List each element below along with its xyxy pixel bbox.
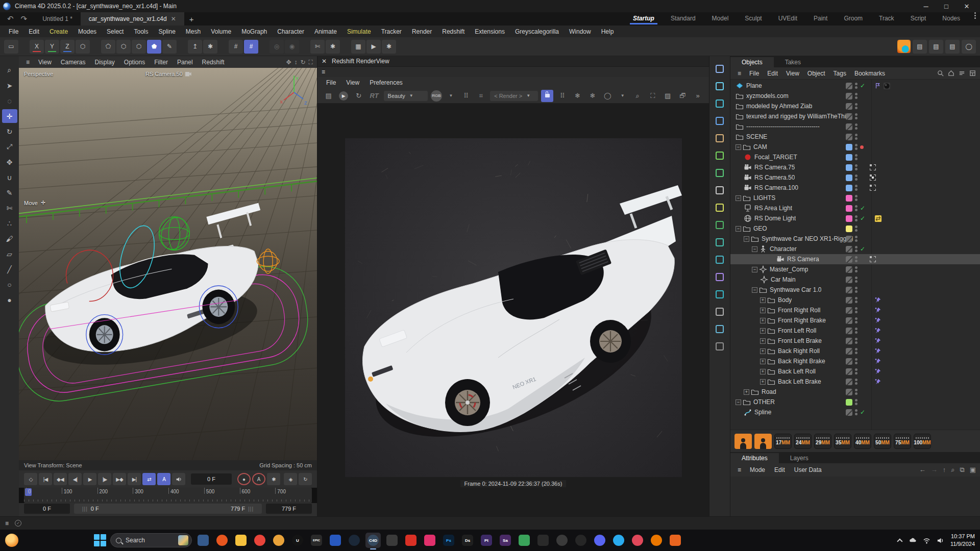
keying-settings-button[interactable]: ✱ <box>267 473 280 485</box>
parent-up-icon[interactable]: ↑ <box>943 466 946 474</box>
range-slider[interactable]: ||| 0 F 779 F ||| <box>74 504 262 514</box>
ghost-sphere-tool-icon[interactable]: ● <box>2 293 17 307</box>
layout-tab-model[interactable]: Model <box>705 13 736 24</box>
tree-row[interactable]: +Back Right Brake <box>730 356 980 366</box>
collapse-minus-icon[interactable]: − <box>752 287 757 293</box>
tree-row[interactable]: +Back Left Brake <box>730 377 980 387</box>
expand-plus-icon[interactable]: + <box>760 359 766 364</box>
record-button[interactable]: ● <box>237 473 251 485</box>
tray-expand-icon[interactable] <box>897 538 902 544</box>
move-tool-icon[interactable]: ✛ <box>2 109 17 123</box>
widgets-icon[interactable] <box>5 534 18 547</box>
tree-row[interactable]: texured and rigged by WilliamTheThird <box>730 111 980 121</box>
pass-dropdown[interactable]: Beauty▼ <box>384 91 428 101</box>
sphere-icon[interactable] <box>712 287 728 302</box>
camera-toggle-icon[interactable] <box>870 164 876 170</box>
expand-plus-icon[interactable]: + <box>760 348 766 354</box>
shield-app-icon[interactable] <box>384 533 400 548</box>
plane-primitive-icon[interactable] <box>712 79 728 94</box>
layer-color-chip[interactable] <box>846 307 852 314</box>
focus-region-icon[interactable]: ⌕ <box>631 90 644 102</box>
pencil-icon[interactable] <box>712 339 728 354</box>
onedrive-icon[interactable] <box>909 537 917 544</box>
layer-color-chip[interactable] <box>846 236 852 242</box>
tree-row[interactable]: +Back Left Roll <box>730 366 980 377</box>
layout-tab-standard[interactable]: Standard <box>664 13 703 24</box>
image-layers-icon[interactable]: 🗗 <box>677 90 689 102</box>
make-keyframe-button[interactable]: ◇ <box>24 473 37 485</box>
layer-color-chip[interactable] <box>846 215 852 222</box>
lock-icon[interactable] <box>541 90 553 102</box>
menu-greyscalegorilla[interactable]: Greyscalegorilla <box>510 27 564 36</box>
visibility-dots[interactable] <box>855 409 857 415</box>
render-settings-icon[interactable]: ✱ <box>382 40 396 54</box>
menu-help[interactable]: Help <box>597 27 619 36</box>
active-camera-icon[interactable] <box>870 174 876 181</box>
snapshot-film-icon[interactable]: ▤ <box>323 90 335 102</box>
rt-mode-label[interactable]: RT <box>368 92 381 99</box>
attributes-menu-edit[interactable]: Edit <box>770 465 790 474</box>
layer-color-chip[interactable] <box>846 185 852 191</box>
photoshop-icon[interactable]: Ps <box>441 533 456 548</box>
selection-tool-icon[interactable]: ➤ <box>2 79 17 92</box>
text-spline-icon[interactable] <box>712 113 728 129</box>
wifi-icon[interactable] <box>923 537 930 544</box>
flipbook-icon[interactable] <box>712 269 728 285</box>
copy-icon[interactable]: ⧉ <box>960 466 964 474</box>
multi-axis-tool-icon[interactable]: ✥ <box>2 155 17 169</box>
axis-lock-z-button[interactable]: Z <box>60 40 75 54</box>
tree-row[interactable]: −Synthwave Car NEO XR1-Rigged <box>730 234 980 244</box>
visibility-dots[interactable] <box>855 83 857 89</box>
layer-color-chip[interactable] <box>846 266 852 273</box>
cinema4d-icon[interactable]: C4D <box>365 533 381 548</box>
path-bar-icon[interactable] <box>959 70 965 77</box>
steam-icon[interactable] <box>347 533 362 548</box>
layer-color-chip[interactable] <box>846 164 852 171</box>
rotate-tool-icon[interactable]: ↻ <box>2 124 17 138</box>
layout-menu-icon[interactable] <box>970 12 980 26</box>
guide-a-icon[interactable]: ◎ <box>270 40 284 54</box>
lens-40mm-button[interactable]: 40MM <box>854 434 871 449</box>
collapse-minus-icon[interactable]: − <box>736 144 741 150</box>
timeline-ruler[interactable]: 0100200300400500600700 <box>24 488 312 503</box>
minimize-button[interactable]: ─ <box>916 0 936 12</box>
layer-color-chip[interactable] <box>846 93 852 99</box>
object-menu-view[interactable]: View <box>782 69 803 78</box>
simulation-gear-icon[interactable] <box>712 183 728 198</box>
layer-color-chip[interactable] <box>846 389 852 395</box>
points-mode-icon[interactable]: ⬡ <box>116 40 131 54</box>
menu-mesh[interactable]: Mesh <box>181 27 205 36</box>
visibility-dots[interactable] <box>855 368 857 374</box>
viewport-dolly-icon[interactable]: ↕ <box>295 59 298 66</box>
visibility-dots[interactable] <box>855 195 857 201</box>
autokey-button[interactable]: A <box>252 473 265 485</box>
expand-plus-icon[interactable]: + <box>760 338 766 344</box>
menu-select[interactable]: Select <box>102 27 128 36</box>
projection-label[interactable]: Perspective <box>24 71 53 77</box>
tab-attributes[interactable]: Attributes <box>730 453 779 463</box>
poly-pen-icon[interactable]: ✎ <box>162 40 177 54</box>
visibility-dots[interactable] <box>855 338 857 344</box>
layout-tab-startup[interactable]: Startup <box>626 13 662 24</box>
render-picture-icon[interactable]: ▶ <box>366 40 381 54</box>
visibility-dots[interactable] <box>855 307 857 313</box>
mail-app-icon[interactable] <box>403 533 419 548</box>
search-icon[interactable] <box>937 70 944 77</box>
edges-mode-icon[interactable]: ⬡ <box>132 40 146 54</box>
tree-row[interactable]: +Back Right Roll <box>730 346 980 356</box>
expand-plus-icon[interactable]: + <box>760 308 766 313</box>
blender-icon[interactable] <box>649 533 664 548</box>
lens-75mm-button[interactable]: 75MM <box>894 434 911 449</box>
snowflake-icon[interactable]: ❄ <box>571 90 583 102</box>
polygons-mode-icon[interactable]: ⬟ <box>147 40 161 54</box>
object-menu-bookmarks[interactable]: Bookmarks <box>850 69 889 78</box>
tree-row[interactable]: Spline✓ <box>730 407 980 417</box>
sound-button[interactable] <box>172 473 185 485</box>
menu-simulate[interactable]: Simulate <box>342 27 376 36</box>
visibility-dots[interactable] <box>855 236 857 242</box>
tree-row[interactable]: −OTHER <box>730 397 980 407</box>
tree-row[interactable]: Plane✓ <box>730 81 980 91</box>
layer-color-chip[interactable] <box>846 348 852 355</box>
layer-color-chip[interactable] <box>846 256 852 263</box>
color-dots-tool-icon[interactable]: ∴ <box>2 216 17 230</box>
